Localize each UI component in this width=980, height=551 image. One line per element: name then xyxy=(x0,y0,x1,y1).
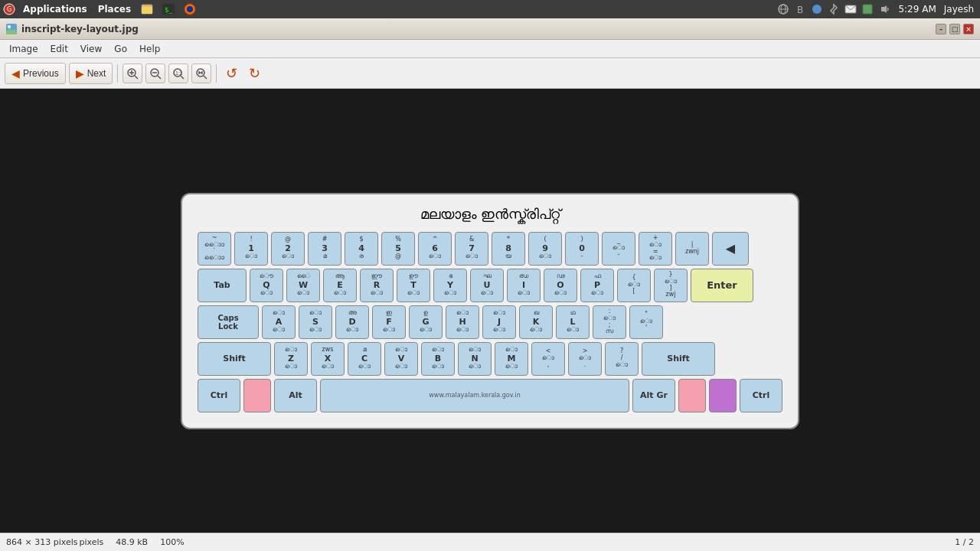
rotate-right-button[interactable]: ↻ xyxy=(244,64,264,83)
key-equals[interactable]: + ൊ = ൊ xyxy=(639,232,672,266)
key-ctrl-right[interactable]: Ctrl xyxy=(740,379,782,412)
gnome-icon: G xyxy=(3,3,15,15)
key-b[interactable]: ൊ B ൊ xyxy=(421,342,455,376)
zoom-fit-button[interactable]: 1:1 xyxy=(168,64,188,83)
key-n[interactable]: ൊ N ൊ xyxy=(458,342,492,376)
key-4[interactable]: $ 4 ര xyxy=(345,232,378,266)
key-shift-left[interactable]: Shift xyxy=(198,342,271,376)
menu-image[interactable]: Image xyxy=(3,42,44,56)
key-comma[interactable]: < ൊ , xyxy=(531,342,565,376)
key-f[interactable]: ഇ F ൊ xyxy=(372,305,406,339)
key-d[interactable]: അ D ൊ xyxy=(335,305,369,339)
applications-menu[interactable]: Applications xyxy=(18,4,92,15)
key-semicolon[interactable]: : ൊ ; സ xyxy=(593,305,626,339)
key-q[interactable]: ൌ Q ൊ xyxy=(250,269,283,302)
key-s[interactable]: ൊ S ൊ xyxy=(299,305,332,339)
places-menu[interactable]: Places xyxy=(93,4,136,15)
key-alt-left[interactable]: Alt xyxy=(274,379,317,412)
key-ctrl-left[interactable]: Ctrl xyxy=(198,379,240,412)
bluetooth-icon: B xyxy=(794,3,806,15)
key-y[interactable]: ഭ Y ൊ xyxy=(433,269,467,302)
key-9[interactable]: ( 9 ൊ xyxy=(528,232,562,266)
key-tilde[interactable]: ~ ൊൊ ` ൊൊ xyxy=(198,232,231,266)
key-l[interactable]: ഥ L ൊ xyxy=(556,305,590,339)
key-x[interactable]: zws X ൊ xyxy=(311,342,345,376)
svg-marker-16 xyxy=(881,5,887,13)
key-tab[interactable]: Tab xyxy=(198,269,247,302)
next-button[interactable]: ▶ Next xyxy=(69,63,113,84)
key-alt-gr[interactable]: Alt Gr xyxy=(632,379,675,412)
key-6[interactable]: ^ 6 ൊ xyxy=(418,232,452,266)
key-u[interactable]: ഘ U ൊ xyxy=(470,269,504,302)
key-1[interactable]: ! 1 ൊ xyxy=(234,232,268,266)
key-7[interactable]: & 7 ൊ xyxy=(455,232,488,266)
menu-help[interactable]: Help xyxy=(133,42,166,56)
zoom-out-icon xyxy=(149,67,162,80)
key-p[interactable]: ഫ P ൊ xyxy=(580,269,614,302)
files-icon xyxy=(140,2,154,16)
maximize-button[interactable]: □ xyxy=(949,24,960,34)
key-minus[interactable]: _ ൊ - xyxy=(602,232,635,266)
close-button[interactable]: × xyxy=(963,24,974,34)
svg-line-31 xyxy=(204,76,207,79)
key-super-left[interactable] xyxy=(243,379,271,412)
image-icon xyxy=(6,24,17,34)
volume-icon xyxy=(878,3,890,15)
menu-view[interactable]: View xyxy=(74,42,108,56)
key-enter[interactable]: Enter xyxy=(691,269,753,302)
key-g[interactable]: ഉ G ൊ xyxy=(409,305,443,339)
key-5[interactable]: % 5 @ xyxy=(381,232,415,266)
key-2[interactable]: @ 2 ൊ xyxy=(271,232,305,266)
key-i[interactable]: ഝ I ൊ xyxy=(507,269,541,302)
key-o[interactable]: ഢ O ൊ xyxy=(544,269,577,302)
key-menu-right[interactable] xyxy=(678,379,706,412)
zoom-out-button[interactable] xyxy=(145,64,165,83)
key-m[interactable]: ൊ M ൊ xyxy=(495,342,528,376)
mail-icon xyxy=(844,3,857,15)
title-bar: inscript-key-layout.jpg – □ × xyxy=(0,18,980,40)
key-3[interactable]: # 3 മ xyxy=(308,232,341,266)
key-v[interactable]: ൊ V ൊ xyxy=(384,342,418,376)
key-bracket-open[interactable]: { ൊ [ xyxy=(617,269,651,302)
key-backspace[interactable]: ◀ xyxy=(712,232,749,266)
rotate-left-button[interactable]: ↺ xyxy=(221,64,241,83)
key-r[interactable]: ഈ R ൊ xyxy=(360,269,394,302)
key-slash[interactable]: ? / ൊ xyxy=(605,342,639,376)
key-j[interactable]: ൊ J ൊ xyxy=(482,305,516,339)
key-period[interactable]: > ൊ . xyxy=(568,342,602,376)
toolbar: ◀ Previous ▶ Next xyxy=(0,58,980,89)
key-bracket-close[interactable]: } ൊ ] zwj xyxy=(654,269,688,302)
key-z[interactable]: ൊ Z ൊ xyxy=(274,342,308,376)
svg-line-25 xyxy=(158,76,161,79)
key-k[interactable]: ഖ K ൊ xyxy=(519,305,553,339)
key-shift-right[interactable]: Shift xyxy=(642,342,715,376)
svg-line-28 xyxy=(181,76,184,79)
key-8[interactable]: * 8 യ xyxy=(492,232,525,266)
menu-go[interactable]: Go xyxy=(108,42,133,56)
previous-button[interactable]: ◀ Previous xyxy=(5,63,66,84)
key-a[interactable]: ൊ A ൊ xyxy=(262,305,296,339)
zoom-reset-button[interactable] xyxy=(191,64,211,83)
key-e[interactable]: ആ E ൊ xyxy=(323,269,357,302)
minimize-button[interactable]: – xyxy=(936,24,946,34)
window-controls: – □ × xyxy=(936,24,974,34)
key-c[interactable]: മ C ൊ xyxy=(348,342,381,376)
status-bar: 864 × 313 pixels pixels 48.9 kB 100% 1 /… xyxy=(0,533,980,551)
key-super-right[interactable] xyxy=(709,379,737,412)
key-h[interactable]: ൊ H ൊ xyxy=(446,305,479,339)
key-t[interactable]: ഊ T ൊ xyxy=(397,269,430,302)
zoom-in-button[interactable] xyxy=(122,64,142,83)
key-row-qwerty: Tab ൌ Q ൊ ൈ W ൊ ആ E ൊ ഈ xyxy=(198,269,782,302)
menu-edit[interactable]: Edit xyxy=(44,42,74,56)
svg-rect-15 xyxy=(863,5,872,14)
key-caps-lock[interactable]: Caps Lock xyxy=(198,305,259,339)
key-w[interactable]: ൈ W ൊ xyxy=(286,269,320,302)
key-row-zxcv: Shift ൊ Z ൊ zws X ൊ മ C ൊ ൊ xyxy=(198,342,782,376)
key-quote[interactable]: " ൊ ' xyxy=(629,305,663,339)
next-arrow-icon: ▶ xyxy=(76,67,84,80)
key-row-asdf: Caps Lock ൊ A ൊ ൊ S ൊ അ D ൊ xyxy=(198,305,782,339)
key-pipe[interactable]: | zwnj xyxy=(675,232,709,266)
key-0[interactable]: ) 0 - xyxy=(565,232,599,266)
key-space[interactable]: www.malayalam.kerala.gov.in xyxy=(320,379,629,412)
firefox-icon xyxy=(183,2,197,16)
